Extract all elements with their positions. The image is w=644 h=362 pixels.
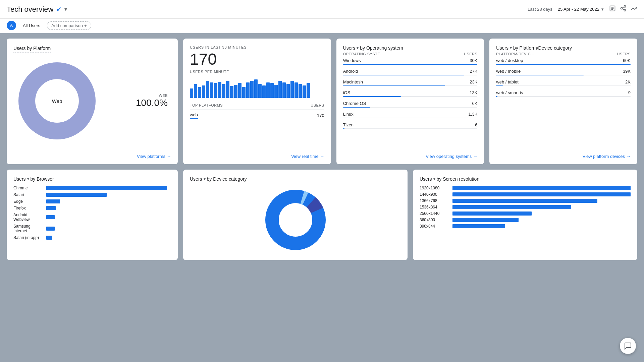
os-row: Chrome OS 6K: [343, 101, 478, 108]
os-row-top: Linux 1.3K: [343, 112, 478, 117]
top-row: Users by Platform Web WEB 100.0% View pl…: [7, 39, 637, 164]
all-users-label[interactable]: All Users: [20, 22, 43, 29]
os-value: 23K: [470, 79, 477, 84]
svg-point-12: [282, 206, 309, 233]
mini-bar: [214, 83, 217, 98]
mini-bar: [294, 82, 298, 98]
os-col2: USERS: [464, 52, 477, 56]
users-by-platform-title: Users by Platform: [13, 46, 51, 53]
header-right: Last 28 days 25 Apr - 22 May 2022 ▾: [528, 5, 637, 13]
mini-bar: [270, 83, 274, 98]
mini-bar: [234, 85, 237, 98]
screen-res-dropdown-icon[interactable]: ▾: [433, 177, 435, 181]
browser-row: Samsung Internet: [13, 224, 171, 233]
verified-icon: ✔: [56, 5, 62, 13]
web-percent: 100.0%: [136, 98, 168, 108]
os-bar-fill: [343, 107, 370, 108]
os-row-top: Android 27K: [343, 69, 478, 74]
browser-row: Safari: [13, 192, 171, 197]
view-realtime-link[interactable]: View real time →: [291, 154, 324, 159]
browser-bar: [46, 186, 167, 190]
platform-donut-chart: Web: [17, 61, 97, 141]
device-bar-bg: [496, 85, 631, 86]
browser-dropdown-icon[interactable]: ▾: [27, 177, 29, 181]
device-bar-bg: [496, 64, 631, 65]
device-card-header: Users ▾ by Platform/Device category: [496, 45, 631, 51]
os-row: Linux 1.3K: [343, 112, 478, 119]
device-dropdown-icon[interactable]: ▾: [510, 46, 512, 50]
view-realtime-arrow: →: [320, 154, 324, 159]
os-row: Tizen 6: [343, 122, 478, 130]
screen-name: 360x800: [420, 218, 450, 222]
browser-name: Firefox: [13, 206, 44, 210]
os-col1: OPERATING SYSTE...: [343, 52, 384, 56]
header-dropdown-icon[interactable]: ▾: [64, 6, 67, 12]
os-row: iOS 13K: [343, 90, 478, 98]
browser-title: Users: [13, 176, 26, 182]
screen-res-title: Users: [420, 176, 432, 182]
os-row-top: Tizen 6: [343, 122, 478, 127]
browser-card: Users ▾ by Browser Chrome Safari Edge Fi…: [7, 170, 178, 260]
device-by-label: by Platform/Device category: [513, 45, 572, 51]
device-category-card: Users ▾ by Device category: [183, 170, 408, 260]
device-row-top: web / desktop 60K: [496, 58, 631, 63]
browser-name: Safari (in-app): [13, 235, 44, 240]
users-by-platform-card: Users by Platform Web WEB 100.0% View pl…: [7, 39, 178, 164]
view-devices-link[interactable]: View platform devices →: [583, 154, 631, 159]
mini-bar: [226, 81, 229, 98]
trend-button[interactable]: [631, 5, 637, 13]
browser-row: Chrome: [13, 186, 171, 190]
mini-bar: [282, 82, 286, 98]
date-range-picker[interactable]: 25 Apr - 22 May 2022 ▾: [558, 7, 604, 12]
svg-line-5: [622, 7, 624, 8]
screen-resolution-card: Users ▾ by Screen resolution 644x362 1…: [413, 170, 637, 260]
screen-bar: [452, 199, 597, 203]
share-button[interactable]: [620, 5, 627, 13]
browser-name: Safari: [13, 192, 44, 197]
mini-bar: [242, 87, 246, 98]
page-title: Tech overview: [7, 5, 53, 14]
os-bar-bg: [343, 75, 478, 75]
mini-bar: [250, 81, 254, 98]
mini-bar: [274, 85, 278, 98]
device-value: 39K: [623, 69, 631, 74]
os-value: 27K: [470, 69, 477, 74]
device-name: web / mobile: [496, 69, 521, 74]
top-platforms-label: TOP PLATFORMS: [190, 103, 223, 107]
device-donut-area: [190, 183, 401, 253]
device-list-header: PLATFORM/DEVIC... USERS: [496, 52, 631, 56]
mini-bar: [230, 86, 233, 98]
avatar: A: [7, 21, 16, 30]
os-list-header: OPERATING SYSTE... USERS: [343, 52, 478, 56]
screen-row: 2560x1440: [420, 211, 631, 216]
os-name: Windows: [343, 58, 361, 63]
edit-button[interactable]: [609, 5, 616, 13]
chat-fab[interactable]: [620, 338, 636, 354]
os-bar-fill: [343, 85, 445, 86]
mini-bar: [202, 85, 205, 98]
screen-bar: [452, 192, 631, 196]
donut-center-label: Web: [52, 98, 62, 104]
platform-legend: WEB 100.0%: [136, 94, 168, 108]
header: Tech overview ✔ ▾ Last 28 days 25 Apr - …: [0, 0, 644, 19]
os-row-top: Macintosh 23K: [343, 79, 478, 84]
browser-by-label: by Browser: [31, 176, 54, 182]
device-cat-header: Users ▾ by Device category: [190, 176, 401, 182]
mini-bar: [266, 82, 270, 98]
svg-point-1: [624, 6, 626, 7]
browser-bar: [46, 199, 60, 203]
device-row: web / desktop 60K: [496, 58, 631, 65]
add-comparison-button[interactable]: Add comparison +: [47, 21, 91, 30]
realtime-count: 170: [190, 51, 324, 68]
os-dropdown-icon[interactable]: ▾: [357, 46, 359, 50]
realtime-per-min: USERS PER MINUTE: [190, 70, 324, 74]
screen-row: 1536x864: [420, 205, 631, 209]
os-rows: Windows 30K Android 27K Macintosh 23K iO…: [343, 58, 478, 130]
device-cat-dropdown-icon[interactable]: ▾: [204, 177, 206, 181]
view-os-link[interactable]: View operating systems →: [426, 154, 477, 159]
os-bar-fill: [343, 64, 478, 65]
view-platforms-link[interactable]: View platforms →: [137, 154, 171, 159]
device-name: web / smart tv: [496, 90, 523, 95]
realtime-section-label: USERS IN LAST 30 MINUTES: [190, 45, 324, 49]
mini-bar: [303, 85, 306, 98]
